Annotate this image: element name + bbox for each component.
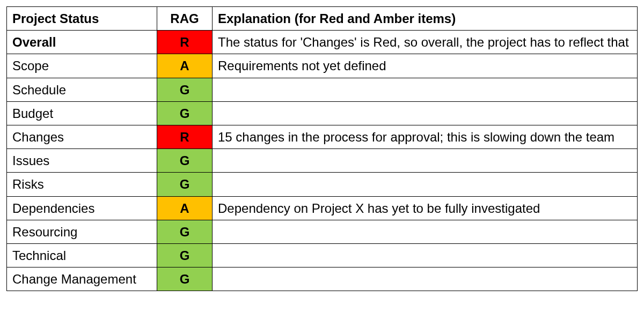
rag-cell: G [157, 267, 213, 291]
rag-cell: G [157, 149, 213, 173]
table-row: ResourcingG [7, 220, 638, 243]
status-cell: Resourcing [7, 220, 157, 243]
status-cell: Overall [7, 31, 157, 54]
header-status: Project Status [7, 7, 157, 31]
explanation-cell [213, 78, 638, 101]
explanation-cell [213, 243, 638, 267]
rag-cell: G [157, 78, 213, 101]
explanation-cell: 15 changes in the process for approval; … [213, 125, 638, 148]
table-row: Change ManagementG [7, 267, 638, 291]
rag-cell: G [157, 220, 213, 243]
rag-cell: A [157, 54, 213, 78]
status-cell: Issues [7, 149, 157, 173]
status-cell: Budget [7, 101, 157, 125]
status-cell: Change Management [7, 267, 157, 291]
explanation-cell: The status for 'Changes' is Red, so over… [213, 31, 638, 54]
status-cell: Scope [7, 54, 157, 78]
explanation-cell [213, 267, 638, 291]
table-row: ChangesR15 changes in the process for ap… [7, 125, 638, 148]
table-row: BudgetG [7, 101, 638, 125]
table-row: ScopeARequirements not yet defined [7, 54, 638, 78]
status-cell: Schedule [7, 78, 157, 101]
explanation-cell [213, 220, 638, 243]
table-row: RisksG [7, 173, 638, 196]
explanation-cell: Dependency on Project X has yet to be fu… [213, 196, 638, 220]
header-rag: RAG [157, 7, 213, 31]
table-row: ScheduleG [7, 78, 638, 101]
status-cell: Changes [7, 125, 157, 148]
table-header-row: Project Status RAG Explanation (for Red … [7, 7, 638, 31]
explanation-cell [213, 149, 638, 173]
table-row: OverallRThe status for 'Changes' is Red,… [7, 31, 638, 54]
rag-cell: A [157, 196, 213, 220]
rag-cell: G [157, 243, 213, 267]
status-cell: Risks [7, 173, 157, 196]
explanation-cell [213, 101, 638, 125]
table-row: TechnicalG [7, 243, 638, 267]
header-explanation: Explanation (for Red and Amber items) [213, 7, 638, 31]
project-status-table: Project Status RAG Explanation (for Red … [6, 6, 638, 291]
rag-cell: G [157, 101, 213, 125]
status-cell: Technical [7, 243, 157, 267]
table-row: DependenciesADependency on Project X has… [7, 196, 638, 220]
status-cell: Dependencies [7, 196, 157, 220]
table-row: IssuesG [7, 149, 638, 173]
explanation-cell: Requirements not yet defined [213, 54, 638, 78]
explanation-cell [213, 173, 638, 196]
rag-cell: R [157, 31, 213, 54]
rag-cell: G [157, 173, 213, 196]
rag-cell: R [157, 125, 213, 148]
